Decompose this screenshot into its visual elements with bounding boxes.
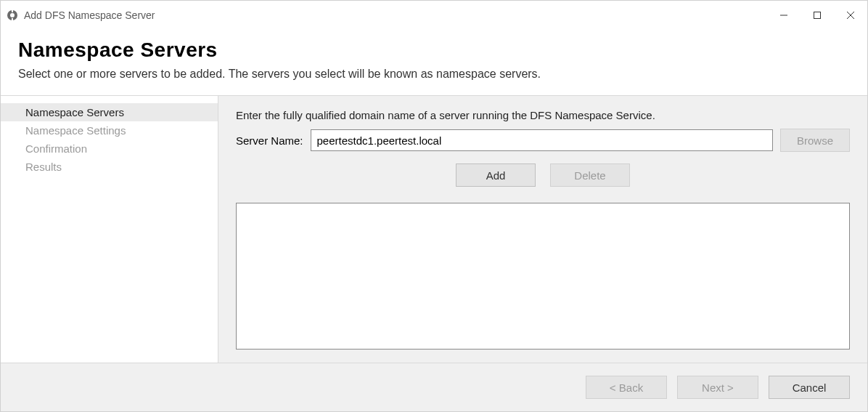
- main-panel: Enter the fully qualified domain name of…: [218, 96, 867, 363]
- browse-button[interactable]: Browse: [780, 129, 850, 152]
- header: Namespace Servers Select one or more ser…: [1, 30, 867, 95]
- dialog-window: Add DFS Namespace Server Namespace Serve…: [0, 0, 868, 412]
- svg-rect-5: [814, 12, 821, 19]
- body: Namespace Servers Namespace Settings Con…: [1, 95, 867, 363]
- step-confirmation[interactable]: Confirmation: [1, 140, 218, 158]
- titlebar: Add DFS Namespace Server: [1, 1, 867, 30]
- page-title: Namespace Servers: [18, 39, 850, 62]
- server-name-input[interactable]: [311, 129, 773, 151]
- app-icon: [7, 9, 18, 21]
- page-description: Select one or more servers to be added. …: [18, 68, 850, 81]
- step-results[interactable]: Results: [1, 158, 218, 176]
- delete-button[interactable]: Delete: [550, 163, 630, 187]
- svg-rect-2: [12, 10, 13, 12]
- server-listbox[interactable]: [236, 203, 850, 350]
- server-name-row: Server Name: Browse: [236, 129, 850, 152]
- add-delete-row: Add Delete: [236, 163, 850, 187]
- svg-point-1: [10, 13, 15, 17]
- maximize-button[interactable]: [801, 4, 834, 27]
- svg-rect-3: [12, 18, 13, 20]
- add-button[interactable]: Add: [456, 163, 536, 187]
- step-namespace-servers[interactable]: Namespace Servers: [1, 103, 218, 121]
- back-button[interactable]: < Back: [586, 376, 667, 399]
- minimize-button[interactable]: [767, 4, 801, 27]
- server-name-label: Server Name:: [236, 134, 303, 147]
- cancel-button[interactable]: Cancel: [769, 376, 850, 399]
- close-button[interactable]: [834, 4, 867, 27]
- step-namespace-settings[interactable]: Namespace Settings: [1, 121, 218, 140]
- window-title: Add DFS Namespace Server: [24, 9, 767, 21]
- next-button[interactable]: Next >: [677, 376, 758, 399]
- wizard-footer: < Back Next > Cancel: [1, 363, 867, 411]
- instruction-text: Enter the fully qualified domain name of…: [236, 109, 850, 121]
- wizard-steps: Namespace Servers Namespace Settings Con…: [1, 96, 218, 363]
